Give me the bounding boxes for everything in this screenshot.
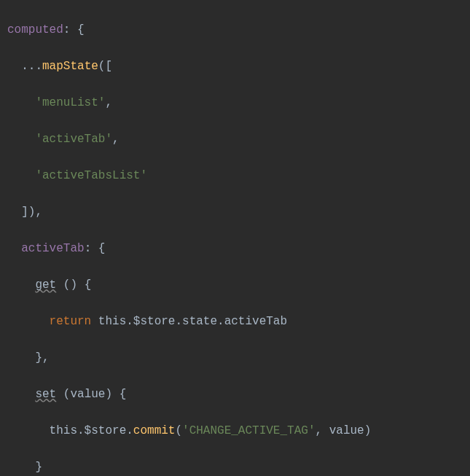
indent [7, 242, 21, 255]
token-punct: } [7, 461, 42, 474]
code-line: ...mapState([ [7, 58, 470, 76]
code-line: ]), [7, 203, 470, 222]
token-punct: ( [175, 424, 182, 437]
token-punct: () { [56, 278, 91, 292]
code-line: this.$store.commit('CHANGE_ACTIVE_TAG', … [7, 422, 470, 440]
token-punct: (value) { [56, 388, 126, 401]
indent [7, 315, 50, 328]
code-line: 'activeTab', [7, 130, 470, 149]
token-punct: ([ [98, 60, 112, 73]
token-string: 'activeTab' [35, 133, 112, 146]
indent [7, 96, 35, 109]
token-code: this.$store.state.activeTab [91, 315, 287, 328]
token-string: 'CHANGE_ACTIVE_TAG' [182, 424, 315, 437]
token-punct: }, [7, 351, 50, 364]
token-punct: ... [7, 60, 42, 73]
code-line: }, [7, 349, 470, 367]
token-string: 'activeTabsList' [35, 169, 147, 182]
token-code: this.$store. [7, 424, 133, 437]
token-punct: : { [63, 23, 85, 36]
token-fn: commit [133, 424, 176, 437]
token-return: return [50, 315, 92, 328]
code-line: computed: { [7, 21, 470, 39]
token-punct: , [112, 133, 120, 146]
code-line: 'menuList', [7, 94, 470, 112]
token-property: activeTab [21, 242, 84, 255]
token-punct: , value) [315, 424, 371, 437]
code-line: return this.$store.state.activeTab [7, 313, 470, 331]
code-line: } [7, 459, 470, 476]
code-line: 'activeTabsList' [7, 167, 470, 185]
token-get: get [35, 278, 56, 292]
indent [7, 388, 35, 401]
token-punct: , [105, 96, 112, 109]
indent [7, 169, 35, 182]
token-punct: : { [85, 242, 106, 255]
token-string: 'menuList' [35, 96, 105, 109]
code-editor[interactable]: computed: { ...mapState([ 'menuList', 'a… [0, 0, 470, 476]
code-line: activeTab: { [7, 240, 470, 258]
token-property: computed [7, 23, 63, 36]
indent [7, 278, 35, 292]
token-set: set [35, 388, 56, 401]
indent [7, 133, 35, 146]
code-line: set (value) { [7, 386, 470, 404]
code-line: get () { [7, 276, 470, 294]
token-fn: mapState [42, 60, 98, 73]
token-punct: ]), [7, 206, 42, 219]
